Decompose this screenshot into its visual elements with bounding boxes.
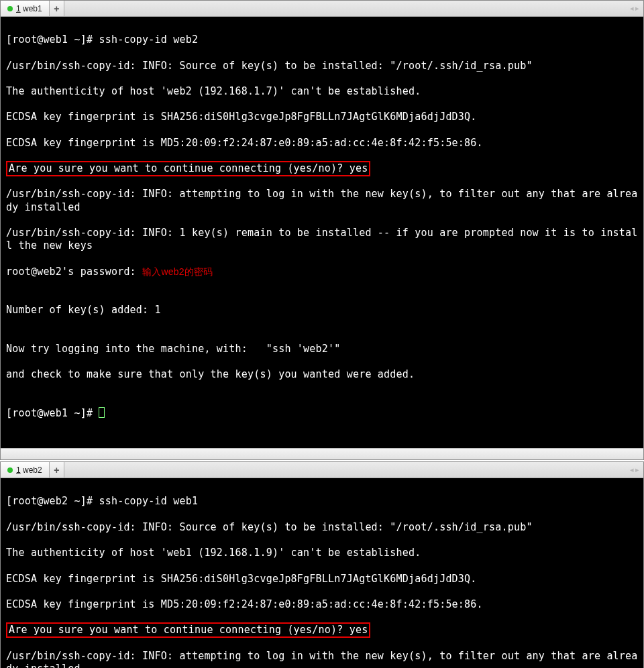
term-line: Number of key(s) added: 1 (6, 304, 638, 317)
arrow-right-icon: ▸ (635, 465, 639, 474)
term-line: /usr/bin/ssh-copy-id: INFO: attempting t… (6, 650, 638, 668)
tab-label: 1 web2 (16, 465, 42, 475)
annotation-box: Are you sure you want to continue connec… (6, 161, 370, 176)
arrow-right-icon: ▸ (635, 4, 639, 13)
cursor-icon (99, 407, 105, 418)
term-line: and check to make sure that only the key… (6, 368, 638, 381)
connection-status-icon (7, 6, 13, 11)
terminal-window-web2: 1 web2 + ◂▸ [root@web2 ~]# ssh-copy-id w… (0, 461, 644, 668)
new-tab-button[interactable]: + (50, 1, 64, 16)
term-line: /usr/bin/ssh-copy-id: INFO: Source of ke… (6, 60, 638, 72)
term-line: /usr/bin/ssh-copy-id: INFO: Source of ke… (6, 521, 638, 534)
term-line: The authenticity of host 'web1 (192.168.… (6, 547, 638, 559)
term-line: ECDSA key fingerprint is SHA256:diS0Hlg3… (6, 573, 638, 586)
arrow-left-icon: ◂ (630, 465, 634, 474)
terminal-window-web1: 1 web1 + ◂▸ [root@web1 ~]# ssh-copy-id w… (0, 0, 644, 460)
tab-bar: 1 web1 + ◂▸ (1, 1, 643, 17)
term-line: root@web2's password: 输入web2的密码 (6, 266, 638, 278)
new-tab-button[interactable]: + (50, 462, 64, 478)
tab-bar: 1 web2 + ◂▸ (1, 462, 643, 478)
tab-scroll-arrows[interactable]: ◂▸ (626, 462, 643, 478)
term-line-highlighted: Are you sure you want to continue connec… (6, 162, 638, 175)
prompt-line: [root@web1 ~]# (6, 407, 638, 420)
tab-web1[interactable]: 1 web1 (1, 1, 50, 16)
tab-label: 1 web1 (16, 4, 42, 13)
annotation-box: Are you sure you want to continue connec… (6, 622, 370, 638)
term-line: Now try logging into the machine, with: … (6, 343, 638, 355)
term-line: ECDSA key fingerprint is MD5:20:09:f2:24… (6, 137, 638, 150)
term-line: [root@web1 ~]# ssh-copy-id web2 (6, 34, 638, 46)
term-line: [root@web2 ~]# ssh-copy-id web1 (6, 495, 638, 508)
term-line-highlighted: Are you sure you want to continue connec… (6, 624, 638, 636)
term-line: ECDSA key fingerprint is MD5:20:09:f2:24… (6, 598, 638, 611)
term-line: ECDSA key fingerprint is SHA256:diS0Hlg3… (6, 111, 638, 123)
terminal-output[interactable]: [root@web2 ~]# ssh-copy-id web1 /usr/bin… (1, 478, 643, 668)
term-line: /usr/bin/ssh-copy-id: INFO: attempting t… (6, 188, 638, 213)
connection-status-icon (7, 467, 13, 473)
status-bar (1, 448, 643, 459)
term-line: The authenticity of host 'web2 (192.168.… (6, 85, 638, 98)
term-line: /usr/bin/ssh-copy-id: INFO: 1 key(s) rem… (6, 227, 638, 252)
tab-scroll-arrows[interactable]: ◂▸ (626, 1, 643, 16)
annotation-text: 输入web2的密码 (142, 266, 213, 277)
terminal-output[interactable]: [root@web1 ~]# ssh-copy-id web2 /usr/bin… (1, 17, 643, 448)
tab-web2[interactable]: 1 web2 (1, 462, 50, 478)
arrow-left-icon: ◂ (630, 4, 634, 13)
